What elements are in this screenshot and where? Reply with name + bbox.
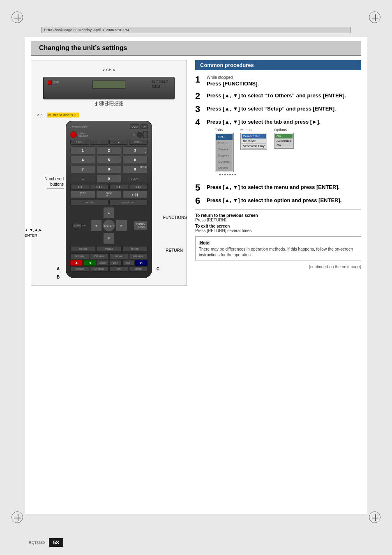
tab-set: Set...	[216, 134, 233, 140]
step-3-content: Press [▲, ▼] to select “Setup” and press…	[207, 105, 361, 114]
menu-comb-label: Comb Filter	[243, 134, 260, 138]
reg-mark-br	[369, 511, 380, 523]
menu-seamless-play: Seamless Play	[242, 144, 266, 149]
dpad-enter[interactable]: ENTER	[102, 219, 115, 232]
disp-btn[interactable]: DISP	[110, 260, 122, 266]
dpad-left[interactable]: ◄	[90, 220, 102, 231]
step-3-num: 3	[195, 105, 203, 114]
return-btn-remote[interactable]: RETURN	[122, 246, 148, 252]
prev-track[interactable]: ◄◄	[70, 184, 89, 190]
clear-btn[interactable]: CLEAR	[122, 175, 148, 183]
disc-nav-btn[interactable]: DISC NAV	[70, 253, 89, 259]
tab-display: Display	[216, 152, 233, 159]
num-it-btn[interactable]: NUMIT	[96, 191, 121, 198]
page-code: RQT8380	[29, 541, 45, 545]
fav-btn[interactable]: FAV	[109, 267, 128, 272]
skip-end[interactable]: ►►|	[129, 184, 148, 190]
num-2[interactable]: 2	[97, 146, 122, 154]
sub-btn[interactable]: SUB	[122, 260, 134, 266]
num-6[interactable]: 6	[122, 156, 148, 164]
meter-btn[interactable]: METER	[129, 267, 148, 272]
setup-screen-cols: Tabs Set... Picture Sound Display Connec…	[215, 128, 361, 172]
left-column: e.g., Australia and N.Z. ∨ CH ∧ DVD	[31, 60, 187, 286]
numpad-bottom: ★ 0 CLEAR	[70, 175, 148, 183]
audio-btn[interactable]: AUDIO	[97, 260, 109, 266]
func-btn-3[interactable]: ▶	[109, 140, 128, 145]
common-procedures-header: Common procedures	[195, 60, 361, 70]
time-slip-btn[interactable]: TIME SLIP	[70, 200, 108, 205]
top-menu-btn[interactable]: TOP MENU	[90, 253, 109, 259]
numbered-buttons-label: Numberedbuttons	[23, 176, 64, 189]
skip-fwd[interactable]: ►►	[109, 184, 128, 190]
power-btn[interactable]	[70, 131, 77, 138]
tab-sound: Sound	[216, 146, 233, 152]
c-btn[interactable]: C	[135, 260, 148, 266]
b-btn[interactable]: B	[83, 260, 96, 266]
dvd-ctrl-6	[152, 85, 156, 88]
func-btn-4[interactable]: DISC>>	[129, 140, 148, 145]
dvd-power-area: DVD	[48, 81, 59, 85]
step-1-content: While stopped Press [FUNCTIONS].	[207, 75, 361, 88]
return-section: To return to the previous screen Press […	[195, 213, 361, 233]
slow-step-btn[interactable]: SLOW/STEP	[72, 223, 81, 228]
play-pause-btn[interactable]: ▶/▐▐	[122, 191, 148, 198]
numbered-buttons-text: Numberedbuttons	[44, 177, 64, 187]
star-btn[interactable]: ★	[70, 175, 95, 183]
screen-bottom-note: ■ ■ ■ ■ ■ ■ ■	[215, 173, 361, 176]
ch-label: ∨ CH ∧	[102, 68, 115, 72]
ch-down[interactable]: -	[143, 135, 148, 138]
numbered-arrow	[47, 189, 64, 189]
next-track[interactable]: ◄◄◄	[90, 184, 109, 190]
functions-label: FUNCTIONS	[163, 215, 187, 220]
cm-skip-btn[interactable]: CM SKIP	[70, 267, 89, 272]
tv-mode-btn[interactable]: TV	[141, 124, 148, 129]
num-4[interactable]: 4	[70, 156, 95, 164]
menu-bit-label: Bit Mode	[243, 139, 256, 143]
ch-up[interactable]: +	[143, 131, 148, 134]
num-9[interactable]: 9 SETUP	[122, 165, 148, 173]
step-5-num: 5	[195, 183, 203, 192]
setup-indicator: SETUP	[140, 166, 147, 168]
file-info-text: EH6S.book Page 58 Monday, April 3, 2006 …	[44, 28, 129, 32]
dpad-down[interactable]: ▼	[103, 233, 115, 244]
tv-side: AF + -	[133, 131, 148, 138]
page-title: Changing the unit’s settings	[39, 44, 127, 51]
sub-menu-btn[interactable]: SUB MENU	[129, 253, 148, 259]
setup-menus-col: Menus Comb Filter Bit Mode	[240, 128, 273, 172]
ad-mode-btn[interactable]: AD MODE	[90, 267, 109, 272]
num-1[interactable]: 1	[70, 146, 95, 154]
step-1-num: 1	[195, 75, 203, 88]
step-6-content: Press [▲, ▼] to select the option and pr…	[207, 196, 361, 205]
abc-row: A B AUDIO DISP SUB C	[70, 260, 148, 266]
num-7[interactable]: 7	[70, 165, 95, 173]
file-info-bar: EH6S.book Page 58 Monday, April 3, 2006 …	[41, 27, 351, 33]
num-8[interactable]: 8	[97, 165, 122, 173]
num-5[interactable]: 5	[97, 156, 122, 164]
step-2-num: 2	[195, 92, 203, 101]
step-1: 1 While stopped Press [FUNCTIONS].	[195, 75, 361, 88]
step-4-main: Press [▲, ▼] to select the tab and press…	[207, 119, 321, 125]
b-label: B	[57, 275, 60, 279]
functions-btn[interactable]: FUNC-TIONS	[134, 221, 148, 230]
dpad-up[interactable]: ▲	[103, 207, 115, 219]
func-btn-2[interactable]: ||	[90, 140, 109, 145]
dvd-player: DVD	[43, 77, 175, 99]
step-4: 4 Press [▲, ▼] to select the tab and pre…	[195, 118, 361, 179]
num-3[interactable]: 3 ▲ ▼	[122, 146, 148, 154]
direct-nav-btn[interactable]: DIR NAV	[109, 253, 128, 259]
num-0[interactable]: 0	[97, 175, 122, 183]
remote-top-row: Panasonic DVD TV	[70, 124, 148, 129]
cross-tr	[372, 14, 378, 21]
dvd-mode-btn[interactable]: DVD	[130, 124, 139, 129]
page-bottom: RQT8380 58	[29, 538, 363, 547]
tv-power-btn[interactable]	[137, 132, 143, 138]
manual-skip-btn[interactable]: MANUAL SKIP	[109, 200, 148, 205]
dpad-right[interactable]: ►	[116, 220, 127, 231]
a-btn[interactable]: A	[70, 260, 83, 266]
page-number-box: 58	[49, 538, 63, 547]
step-6-main: Press [▲, ▼] to select the option and pr…	[207, 197, 341, 203]
stop-btn[interactable]: STOP▪	[70, 191, 95, 198]
func-btn-1[interactable]: DISC<<	[70, 140, 89, 145]
bbson-btn[interactable]: BB-SON	[70, 246, 95, 252]
angles-btn[interactable]: ANGLES	[96, 246, 121, 252]
